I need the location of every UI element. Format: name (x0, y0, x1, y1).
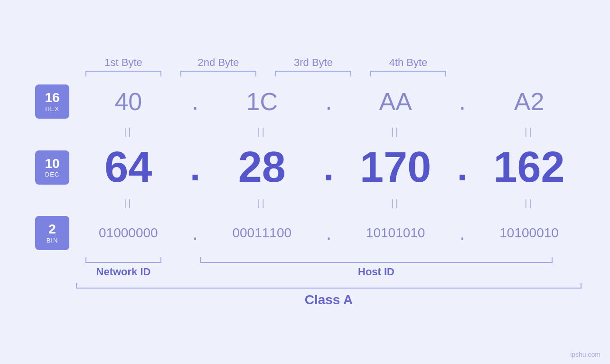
hex-badge: 16 HEX (35, 84, 69, 119)
equals-2: || (215, 126, 310, 137)
byte-header-2: 2nd Byte (171, 56, 266, 69)
bottom-bracket-class (76, 283, 582, 289)
bin-val-2: 00011100 (232, 225, 291, 240)
equals-8: || (482, 198, 577, 209)
dec-badge: 10 DEC (35, 150, 69, 185)
hex-val-4: A2 (514, 88, 544, 115)
hex-val-1: 40 (114, 88, 142, 115)
bottom-bracket-host (200, 257, 553, 263)
hex-val-3: AA (379, 88, 412, 115)
equals-5: || (81, 198, 176, 209)
bottom-bracket-network (85, 257, 161, 263)
equals-1: || (81, 126, 176, 137)
equals-4: || (482, 126, 577, 137)
network-id-label: Network ID (96, 266, 151, 278)
bin-val-3: 10101010 (366, 225, 425, 240)
top-bracket-1 (85, 71, 161, 76)
bin-val-4: 10100010 (499, 225, 559, 240)
byte-header-3: 3rd Byte (266, 56, 361, 69)
dot-1: . (186, 90, 205, 113)
bin-dot-1: . (186, 224, 205, 243)
dec-dot-1: . (186, 149, 205, 187)
main-container: 1st Byte 2nd Byte 3rd Byte 4th Byte 16 H… (0, 0, 610, 364)
equals-7: || (348, 198, 443, 209)
bin-badge: 2 BIN (35, 216, 69, 250)
top-bracket-4 (370, 71, 446, 76)
dec-val-3: 170 (360, 143, 431, 191)
bin-dot-3: . (453, 224, 472, 243)
equals-6: || (215, 198, 310, 209)
bin-val-1: 01000000 (99, 225, 158, 240)
equals-3: || (348, 126, 443, 137)
host-id-label: Host ID (358, 266, 394, 278)
dec-dot-2: . (319, 149, 338, 187)
watermark: ipshu.com (570, 351, 601, 358)
top-bracket-3 (275, 71, 351, 76)
bin-dot-2: . (319, 224, 338, 243)
dec-val-2: 28 (238, 143, 286, 191)
byte-header-1: 1st Byte (76, 56, 171, 69)
dot-3: . (453, 90, 472, 113)
dot-2: . (319, 90, 338, 113)
class-a-label: Class A (305, 292, 353, 307)
dec-val-4: 162 (493, 143, 564, 191)
dec-val-1: 64 (104, 143, 152, 191)
byte-header-4: 4th Byte (361, 56, 456, 69)
dec-dot-3: . (453, 149, 472, 187)
top-bracket-2 (180, 71, 256, 76)
hex-val-2: 1C (246, 88, 278, 115)
